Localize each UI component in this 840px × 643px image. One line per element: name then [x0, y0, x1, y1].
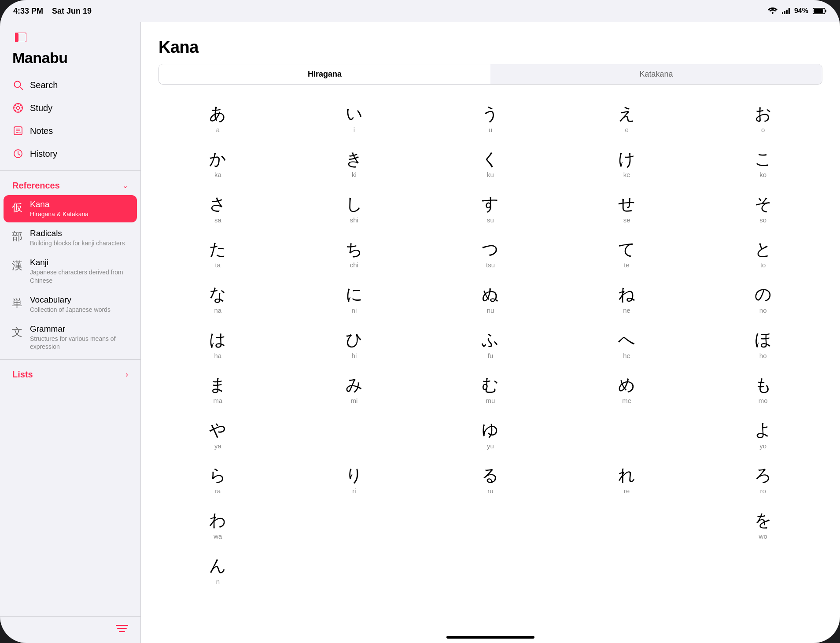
- radicals-icon: 部: [11, 229, 24, 244]
- battery-icon: [813, 7, 827, 15]
- kana-romaji: mo: [699, 397, 827, 404]
- kana-cell[interactable]: こko: [695, 141, 831, 187]
- sidebar-item-search[interactable]: Search: [0, 74, 140, 96]
- svg-rect-6: [814, 9, 823, 13]
- kana-cell[interactable]: つtsu: [422, 232, 559, 277]
- kana-cell[interactable]: ほho: [695, 322, 831, 367]
- kana-cell[interactable]: ろro: [695, 458, 831, 503]
- kana-cell[interactable]: たta: [150, 232, 286, 277]
- tab-hiragana[interactable]: Hiragana: [159, 64, 490, 84]
- kana-cell[interactable]: らra: [150, 458, 286, 503]
- kana-character: め: [563, 375, 691, 395]
- kana-cell[interactable]: へhe: [559, 322, 695, 367]
- kana-cell[interactable]: きki: [286, 141, 423, 187]
- kana-cell[interactable]: いi: [286, 96, 423, 141]
- kana-cell[interactable]: はha: [150, 322, 286, 367]
- kanji-name: Kanji: [30, 258, 130, 267]
- lists-section-header[interactable]: Lists ›: [0, 363, 140, 383]
- references-divider: [0, 170, 140, 171]
- kana-cell[interactable]: にni: [286, 277, 423, 322]
- kana-cell[interactable]: りri: [286, 458, 423, 503]
- kana-cell[interactable]: そso: [695, 186, 831, 232]
- kana-cell[interactable]: すsu: [422, 186, 559, 232]
- kana-cell[interactable]: をwo: [695, 503, 831, 548]
- kana-cell[interactable]: めme: [559, 367, 695, 413]
- filter-icon[interactable]: [116, 624, 128, 636]
- kana-cell[interactable]: るru: [422, 458, 559, 503]
- kana-cell[interactable]: えe: [559, 96, 695, 141]
- reference-item-grammar[interactable]: 文 Grammar Structures for various means o…: [4, 320, 137, 355]
- kana-cell[interactable]: んn: [150, 548, 286, 593]
- kana-romaji: ku: [427, 171, 554, 178]
- reference-item-radicals[interactable]: 部 Radicals Building blocks for kanji cha…: [4, 224, 137, 251]
- signal-icon: [782, 8, 790, 14]
- kana-character: ふ: [427, 330, 554, 350]
- kana-cell[interactable]: てte: [559, 232, 695, 277]
- kana-cell[interactable]: くku: [422, 141, 559, 187]
- vocabulary-icon: 単: [11, 296, 24, 310]
- kana-cell[interactable]: なna: [150, 277, 286, 322]
- kana-cell[interactable]: ねne: [559, 277, 695, 322]
- app-title: Manabu: [12, 49, 128, 67]
- kana-cell[interactable]: うu: [422, 96, 559, 141]
- study-icon: [12, 102, 24, 114]
- main-header: Kana: [141, 22, 840, 64]
- sidebar-toggle-button[interactable]: [12, 31, 29, 44]
- kana-character: む: [427, 375, 554, 395]
- kana-cell[interactable]: まma: [150, 367, 286, 413]
- sidebar-footer: [0, 616, 140, 643]
- sidebar-nav: Search: [0, 72, 140, 167]
- kana-cell[interactable]: のno: [695, 277, 831, 322]
- kana-cell[interactable]: わwa: [150, 503, 286, 548]
- kana-cell[interactable]: おo: [695, 96, 831, 141]
- kana-character: ら: [154, 466, 282, 486]
- kana-cell[interactable]: むmu: [422, 367, 559, 413]
- kana-character: ぬ: [427, 285, 554, 305]
- kana-romaji: ru: [427, 487, 554, 495]
- kana-cell[interactable]: やya: [150, 412, 286, 458]
- references-section-header[interactable]: References ⌄: [0, 174, 140, 194]
- kana-cell[interactable]: ふfu: [422, 322, 559, 367]
- sidebar-item-study[interactable]: Study: [0, 96, 140, 119]
- svg-rect-3: [788, 8, 790, 14]
- kana-cell[interactable]: ぬnu: [422, 277, 559, 322]
- kana-cell[interactable]: ゆyu: [422, 412, 559, 458]
- reference-item-kanji[interactable]: 漢 Kanji Japanese characters derived from…: [4, 253, 137, 288]
- sidebar-item-history[interactable]: History: [0, 142, 140, 165]
- kana-cell[interactable]: あa: [150, 96, 286, 141]
- kana-character: す: [427, 194, 554, 214]
- kana-character: の: [699, 285, 827, 305]
- kana-cell[interactable]: しshi: [286, 186, 423, 232]
- kana-character: に: [291, 285, 418, 305]
- notes-label: Notes: [30, 126, 53, 136]
- kana-cell[interactable]: ちchi: [286, 232, 423, 277]
- svg-line-17: [15, 105, 16, 106]
- svg-rect-2: [786, 10, 788, 14]
- notes-icon: [12, 125, 24, 137]
- grammar-text: Grammar Structures for various means of …: [30, 324, 130, 351]
- kana-character: き: [291, 149, 418, 170]
- kana-cell[interactable]: とto: [695, 232, 831, 277]
- kana-cell[interactable]: けke: [559, 141, 695, 187]
- kana-romaji: shi: [291, 216, 418, 224]
- kana-text: Kana Hiragana & Katakana: [30, 200, 88, 218]
- kana-cell[interactable]: せse: [559, 186, 695, 232]
- kana-character: し: [291, 194, 418, 214]
- kana-character: ひ: [291, 330, 418, 350]
- sidebar-icon: [15, 33, 26, 42]
- tab-katakana[interactable]: Katakana: [490, 64, 822, 84]
- kana-cell[interactable]: さsa: [150, 186, 286, 232]
- kana-character: ろ: [699, 466, 827, 486]
- kana-cell[interactable]: ひhi: [286, 322, 423, 367]
- sidebar-item-notes[interactable]: Notes: [0, 119, 140, 142]
- vocabulary-name: Vocabulary: [30, 295, 111, 305]
- reference-item-vocabulary[interactable]: 単 Vocabulary Collection of Japanese word…: [4, 291, 137, 318]
- reference-item-kana[interactable]: 仮 Kana Hiragana & Katakana: [4, 195, 137, 222]
- kana-cell[interactable]: もmo: [695, 367, 831, 413]
- kana-cell[interactable]: みmi: [286, 367, 423, 413]
- kana-cell[interactable]: れre: [559, 458, 695, 503]
- device-frame: 4:33 PM Sat Jun 19 94%: [0, 0, 840, 643]
- kana-romaji: to: [699, 261, 827, 269]
- kana-cell[interactable]: よyo: [695, 412, 831, 458]
- kana-cell[interactable]: かka: [150, 141, 286, 187]
